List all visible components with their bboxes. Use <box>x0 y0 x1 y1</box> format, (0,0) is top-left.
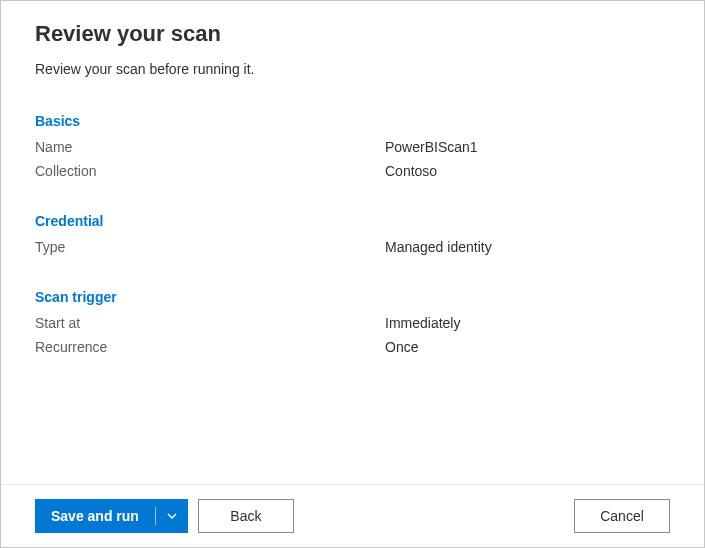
save-and-run-split-button: Save and run <box>35 499 188 533</box>
recurrence-label: Recurrence <box>35 339 385 355</box>
cancel-button[interactable]: Cancel <box>574 499 670 533</box>
recurrence-value: Once <box>385 339 418 355</box>
type-value: Managed identity <box>385 239 492 255</box>
type-label: Type <box>35 239 385 255</box>
start-value: Immediately <box>385 315 460 331</box>
review-scan-panel: Review your scan Review your scan before… <box>0 0 705 548</box>
collection-value: Contoso <box>385 163 437 179</box>
start-label: Start at <box>35 315 385 331</box>
save-and-run-button[interactable]: Save and run <box>35 499 155 533</box>
panel-content: Review your scan Review your scan before… <box>1 1 704 484</box>
page-title: Review your scan <box>35 21 670 47</box>
back-button[interactable]: Back <box>198 499 294 533</box>
row-start: Start at Immediately <box>35 315 670 331</box>
row-collection: Collection Contoso <box>35 163 670 179</box>
section-credential: Credential Type Managed identity <box>35 213 670 255</box>
section-trigger-header: Scan trigger <box>35 289 670 305</box>
section-credential-header: Credential <box>35 213 670 229</box>
chevron-down-icon <box>166 510 178 522</box>
row-type: Type Managed identity <box>35 239 670 255</box>
row-name: Name PowerBIScan1 <box>35 139 670 155</box>
save-and-run-dropdown-button[interactable] <box>156 499 188 533</box>
row-recurrence: Recurrence Once <box>35 339 670 355</box>
section-trigger: Scan trigger Start at Immediately Recurr… <box>35 289 670 355</box>
name-value: PowerBIScan1 <box>385 139 478 155</box>
collection-label: Collection <box>35 163 385 179</box>
name-label: Name <box>35 139 385 155</box>
panel-footer: Save and run Back Cancel <box>1 484 704 547</box>
section-basics-header: Basics <box>35 113 670 129</box>
page-subtitle: Review your scan before running it. <box>35 61 670 77</box>
section-basics: Basics Name PowerBIScan1 Collection Cont… <box>35 113 670 179</box>
